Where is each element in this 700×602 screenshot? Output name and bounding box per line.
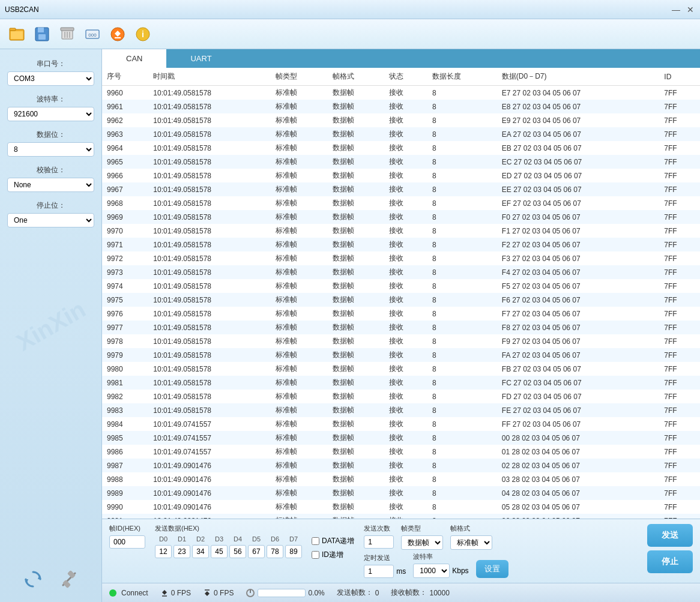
frame-type-label: 帧类型 [401,524,443,533]
svg-marker-27 [205,591,207,596]
table-cell: 接收 [384,417,427,431]
received-value: 10000 [429,589,449,597]
table-cell: F1 27 02 03 04 05 06 07 [497,224,660,238]
tabs: CAN UART [102,49,700,68]
col-timestamp: 时间戳 [148,68,271,86]
stopbits-select[interactable]: OneTwo1.5 [7,213,94,227]
table-cell: 标准帧 [271,431,327,445]
table-cell: 标准帧 [271,348,327,362]
baud-select[interactable]: 92160011520057600 [7,107,94,121]
table-row: 996210:01:49.0581578标准帧数据帧接收8E9 27 02 03… [102,113,700,127]
table-cell: 接收 [384,100,427,113]
table-cell: 接收 [384,459,427,472]
table-cell: 8 [427,348,497,362]
timed-send-input[interactable] [364,565,394,578]
table-cell: 05 28 02 03 04 05 06 07 [497,500,660,514]
table-row: 996310:01:49.0581578标准帧数据帧接收8EA 27 02 03… [102,127,700,141]
table-cell: F0 27 02 03 04 05 06 07 [497,210,660,224]
d3-input[interactable] [211,545,228,558]
counter-icon[interactable]: 000 [82,23,103,45]
upload-fps-icon [203,589,211,597]
tab-can[interactable]: CAN [102,49,166,68]
table-cell: 9978 [102,334,148,348]
table-row: 998010:01:49.0581578标准帧数据帧接收8FB 27 02 03… [102,362,700,376]
send-count-input[interactable] [364,535,394,549]
data-incr-checkbox[interactable]: DATA递增 [312,536,354,546]
download-fps: 0 FPS [160,589,191,597]
send-button[interactable]: 发送 [647,524,693,547]
table-cell: 接收 [384,113,427,127]
connect-plug-icon[interactable] [56,566,82,592]
table-cell: 标准帧 [271,224,327,238]
id-incr-checkbox[interactable]: ID递增 [312,550,354,560]
parity-select[interactable]: NoneEvenOdd [7,178,94,192]
table-row: 998910:01:49.0901476标准帧数据帧接收804 28 02 03… [102,486,700,500]
stop-button[interactable]: 停止 [647,550,693,573]
col-frame-type: 帧类型 [271,68,327,86]
table-cell: 9991 [102,514,148,519]
table-cell: F4 27 02 03 04 05 06 07 [497,265,660,279]
id-incr-check[interactable] [312,551,319,559]
info-icon[interactable]: i [132,23,154,45]
table-row: 998310:01:49.0581578标准帧数据帧接收8FE 27 02 03… [102,403,700,417]
table-cell: 9964 [102,141,148,155]
table-cell: 9981 [102,376,148,390]
frame-id-input[interactable] [109,535,145,549]
table-row: 999010:01:49.0901476标准帧数据帧接收805 28 02 03… [102,500,700,514]
d5-input[interactable] [248,545,265,558]
d0-input[interactable] [155,545,172,558]
table-cell: 9987 [102,459,148,472]
svg-rect-4 [38,28,44,32]
progress-value: 0.0% [308,589,324,597]
settings-button[interactable]: 设置 [476,560,508,578]
bottom-panel: 帧ID(HEX) 发送数据(HEX) D0 D1 D2 D3 D4 D5 D6 … [102,519,700,583]
table-cell: 8 [427,238,497,251]
sidebar-bottom [7,560,94,592]
d2-input[interactable] [192,545,209,558]
minimize-button[interactable]: — [671,5,681,14]
baud-rate-select[interactable]: 1000500250125 [413,564,450,578]
table-cell: EB 27 02 03 04 05 06 07 [497,141,660,155]
table-cell: 10:01:49.0741557 [148,417,271,431]
port-label: 串口号： [7,59,94,69]
d6-input[interactable] [267,545,283,558]
data-incr-label: DATA递增 [322,536,354,546]
parity-label: 校验位： [7,165,94,175]
d4-input[interactable] [229,545,246,558]
open-icon[interactable] [6,23,28,45]
upload-fps-value: 0 FPS [214,589,234,597]
content-area: CAN UART 序号 时间戳 帧类型 帧格式 状态 数据长度 数据(D0－D7… [102,49,700,602]
data-table-container[interactable]: 序号 时间戳 帧类型 帧格式 状态 数据长度 数据(D0－D7) ID 9960… [102,68,700,519]
table-row: 996410:01:49.0581578标准帧数据帧接收8EB 27 02 03… [102,141,700,155]
tab-uart[interactable]: UART [166,49,235,68]
d1-input[interactable] [173,545,190,558]
title-bar: USB2CAN — ✕ [0,0,700,19]
svg-text:i: i [142,29,144,39]
table-cell: 数据帧 [328,376,384,390]
table-cell: E7 27 02 03 04 05 06 07 [497,86,660,100]
save-icon[interactable] [31,23,53,45]
port-select[interactable]: COM3COM1COM2COM4 [7,71,94,86]
clear-icon[interactable] [56,23,78,45]
table-cell: 9982 [102,390,148,403]
app-title: USB2CAN [5,5,39,14]
data-incr-check[interactable] [312,537,319,545]
table-cell: 8 [427,514,497,519]
send-count-label: 发送次数 [364,524,394,533]
table-cell: 数据帧 [328,486,384,500]
table-cell: 9976 [102,307,148,321]
table-cell: 10:01:49.0581578 [148,307,271,321]
frame-type-select[interactable]: 数据帧远程帧 [401,535,443,550]
frame-id-label: 帧ID(HEX) [109,524,145,533]
send-data-label: 发送数据(HEX) [155,524,302,533]
frame-format-select[interactable]: 标准帧扩展帧 [450,535,492,550]
download-icon[interactable] [107,23,128,45]
close-button[interactable]: ✕ [686,5,695,14]
d7-input[interactable] [285,545,302,558]
table-cell: 00 28 02 03 04 05 06 07 [497,431,660,445]
table-cell: 7FF [659,486,700,500]
databits-select[interactable]: 8765 [7,142,94,157]
refresh-icon[interactable] [20,566,46,592]
col-frame-format: 帧格式 [328,68,384,86]
table-cell: 接收 [384,265,427,279]
